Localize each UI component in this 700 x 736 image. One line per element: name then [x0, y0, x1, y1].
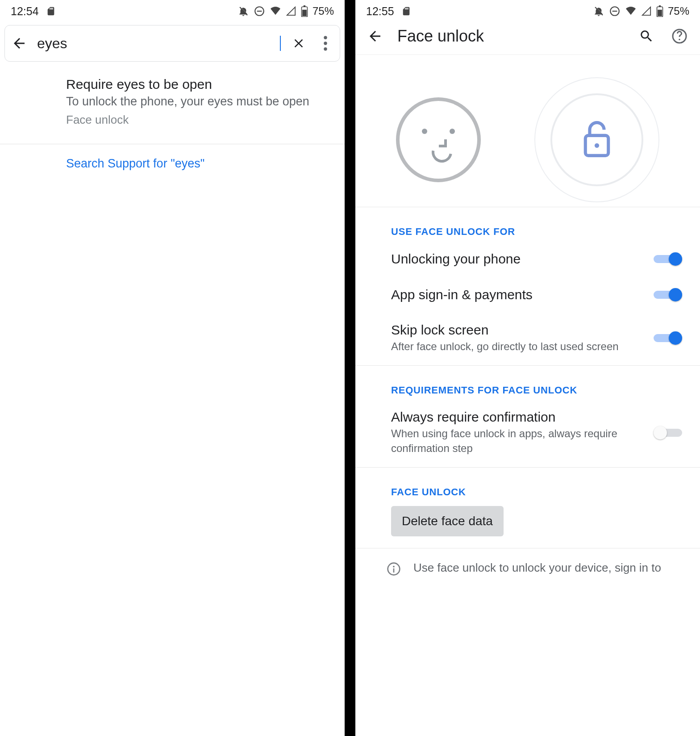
footer: Use face unlock to unlock your device, s… [355, 548, 700, 578]
back-button[interactable] [366, 28, 384, 44]
svg-rect-12 [658, 10, 662, 17]
battery-percent: 75% [312, 5, 334, 17]
result-title: Require eyes to be open [66, 77, 334, 92]
do-not-disturb-icon [609, 5, 621, 17]
section-requirements: REQUIREMENTS FOR FACE UNLOCK Always requ… [355, 365, 700, 467]
search-button[interactable] [637, 29, 656, 44]
search-result[interactable]: Require eyes to be open To unlock the ph… [0, 62, 345, 138]
toggle-require-confirmation[interactable] [654, 425, 682, 441]
battery-icon [301, 5, 308, 17]
svg-rect-3 [304, 5, 305, 7]
right-screen: 12:55 75% Face unlock [355, 0, 700, 736]
notifications-off-icon [238, 5, 249, 17]
row-app-signin[interactable]: App sign-in & payments [391, 277, 687, 313]
search-bar [4, 25, 340, 62]
row-unlock-phone[interactable]: Unlocking your phone [391, 241, 687, 277]
face-icon [396, 97, 481, 182]
app-bar: Face unlock [355, 21, 700, 55]
section-header: REQUIREMENTS FOR FACE UNLOCK [391, 376, 687, 400]
row-title: App sign-in & payments [391, 287, 643, 302]
status-bar-left: 12:54 75% [0, 0, 345, 21]
toggle-unlock-phone[interactable] [654, 251, 682, 267]
text-cursor [280, 36, 281, 51]
help-button[interactable] [670, 28, 689, 44]
row-subtitle: When using face unlock in apps, always r… [391, 427, 643, 456]
left-screen: 12:54 75% [0, 0, 345, 736]
battery-percent: 75% [668, 5, 689, 17]
svg-rect-18 [393, 569, 395, 573]
svg-point-15 [595, 143, 599, 148]
do-not-disturb-icon [254, 5, 265, 17]
section-header: FACE UNLOCK [391, 477, 687, 502]
row-title: Skip lock screen [391, 322, 643, 338]
more-button[interactable] [317, 36, 334, 51]
clear-button[interactable] [290, 36, 308, 50]
svg-point-6 [324, 42, 327, 45]
section-header: USE FACE UNLOCK FOR [391, 217, 687, 241]
search-input[interactable] [37, 35, 279, 52]
svg-rect-11 [659, 5, 661, 7]
page-title: Face unlock [397, 27, 623, 46]
wifi-icon [270, 6, 281, 16]
screen-divider [345, 0, 355, 736]
sd-card-icon [401, 5, 411, 17]
search-support-link[interactable]: Search Support for "eyes" [0, 144, 345, 181]
unlock-icon [534, 77, 659, 202]
svg-rect-4 [302, 10, 307, 17]
result-breadcrumb: Face unlock [66, 113, 334, 127]
footer-text: Use face unlock to unlock your device, s… [413, 560, 661, 576]
svg-point-17 [393, 566, 395, 568]
hero-graphic [355, 55, 700, 207]
result-subtitle: To unlock the phone, your eyes must be o… [66, 95, 334, 109]
toggle-app-signin[interactable] [654, 287, 682, 303]
svg-point-7 [324, 47, 327, 50]
sd-card-icon [46, 5, 56, 17]
back-button[interactable] [10, 35, 28, 51]
battery-icon [656, 5, 663, 17]
info-icon [387, 562, 401, 578]
row-title: Unlocking your phone [391, 251, 643, 267]
row-subtitle: After face unlock, go directly to last u… [391, 339, 643, 354]
notifications-off-icon [593, 5, 604, 17]
toggle-skip-lock[interactable] [654, 330, 682, 346]
delete-face-data-button[interactable]: Delete face data [391, 506, 504, 536]
signal-icon [286, 6, 296, 16]
row-require-confirmation[interactable]: Always require confirmation When using f… [391, 400, 687, 465]
signal-icon [641, 6, 652, 16]
svg-point-5 [324, 36, 327, 39]
wifi-icon [625, 6, 637, 16]
status-clock: 12:54 [11, 5, 39, 18]
section-use-for: USE FACE UNLOCK FOR Unlocking your phone… [355, 207, 700, 365]
row-skip-lock[interactable]: Skip lock screen After face unlock, go d… [391, 313, 687, 364]
row-title: Always require confirmation [391, 410, 643, 425]
section-face-unlock: FACE UNLOCK Delete face data [355, 467, 700, 548]
status-clock: 12:55 [366, 5, 394, 18]
status-bar-right: 12:55 75% [355, 0, 700, 21]
